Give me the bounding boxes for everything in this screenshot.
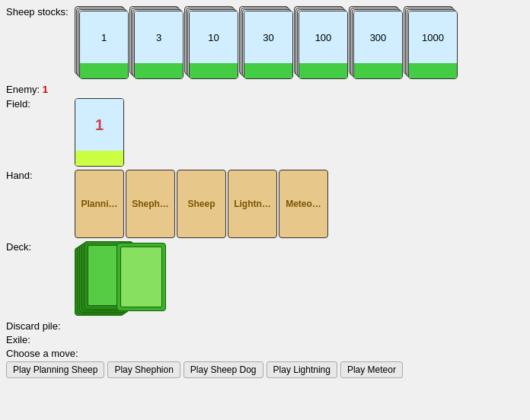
hand-card-planning: Planni… — [75, 170, 124, 238]
field-section: Field: 1 — [6, 98, 524, 167]
enemy-label: Enemy: — [6, 84, 40, 95]
play-shephion-button[interactable]: Play Shephion — [107, 361, 180, 378]
play-lightning-button[interactable]: Play Lightning — [267, 361, 337, 378]
exile-label: Exile: — [6, 334, 30, 345]
action-buttons: Play Planning Sheep Play Shephion Play S… — [6, 361, 524, 378]
stock-card-1000: 1000 — [404, 6, 457, 82]
hand-card-sheep: Sheep — [177, 170, 226, 238]
hand-card-shephion: Sheph… — [126, 170, 175, 238]
sheep-stocks-cards: 1 3 10 — [75, 6, 457, 82]
field-card: 1 — [75, 98, 124, 167]
hand-cards: Planni… Sheph… Sheep Lightn… Meteo… — [75, 170, 328, 238]
sheep-stocks-label: Sheep stocks: — [6, 6, 75, 18]
play-planning-sheep-button[interactable]: Play Planning Sheep — [6, 361, 104, 378]
discard-pile-row: Discard pile: — [6, 320, 524, 332]
hand-section: Hand: Planni… Sheph… Sheep Lightn… Meteo… — [6, 170, 524, 238]
hand-label: Hand: — [6, 170, 75, 181]
enemy-row: Enemy: 1 — [6, 84, 524, 95]
stock-card-30: 30 — [239, 6, 292, 82]
play-sheep-dog-button[interactable]: Play Sheep Dog — [184, 361, 263, 378]
discard-pile-label: Discard pile: — [6, 320, 61, 332]
stock-card-3: 3 — [129, 6, 183, 82]
deck-section: Deck: — [6, 241, 524, 317]
stock-card-100: 100 — [294, 6, 347, 82]
stock-card-10: 10 — [184, 6, 238, 82]
deck-cards — [75, 241, 174, 317]
hand-card-lightning: Lightn… — [228, 170, 277, 238]
enemy-value: 1 — [43, 84, 48, 95]
hand-card-meteor: Meteo… — [279, 170, 328, 238]
stock-card-1: 1 — [75, 6, 128, 82]
sheep-stocks-section: Sheep stocks: 1 3 — [6, 6, 524, 82]
exile-row: Exile: — [6, 334, 524, 345]
choose-move-row: Choose a move: — [6, 348, 524, 359]
field-card-value: 1 — [95, 116, 104, 134]
play-meteor-button[interactable]: Play Meteor — [340, 361, 403, 378]
choose-move-label: Choose a move: — [6, 348, 78, 359]
field-label: Field: — [6, 98, 75, 110]
stock-card-300: 300 — [349, 6, 402, 82]
deck-label: Deck: — [6, 241, 75, 253]
